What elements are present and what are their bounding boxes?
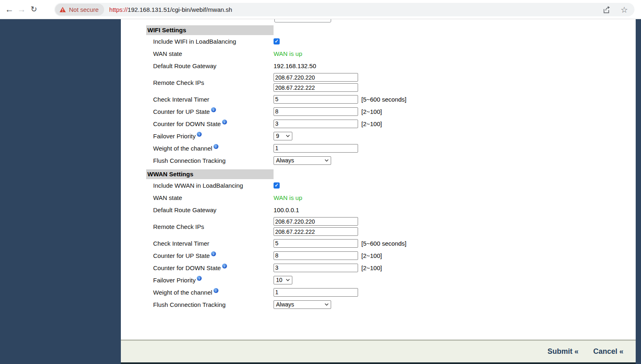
row-wan-state: WAN state WAN is up [146,47,407,60]
chevron-down-icon [286,135,290,137]
row-flush: Flush Connection Tracking Always [146,154,407,166]
info-icon[interactable]: i [222,120,227,124]
counter-down-hint: [2~100] [361,264,382,271]
chevron-down-icon [325,303,329,306]
selected-option: Always [276,301,294,308]
section-header-wwan: WWAN Settings [146,169,274,179]
field-label: Failover Priority [153,133,196,140]
content-panel: WIFI Settings Include WIFI in LoadBalanc… [121,19,636,364]
browser-toolbar: ← → ↻ Not secure https://192.168.131.51/… [0,0,641,19]
counter-up-input[interactable] [274,251,358,260]
remote-ip-2-input[interactable] [274,227,358,236]
not-secure-label: Not secure [69,6,99,13]
selected-option: 10 [276,277,283,283]
row-priority: Failover Priorityi 9 [146,130,407,142]
back-icon[interactable]: ← [3,0,16,19]
check-interval-input[interactable] [274,239,358,248]
row-priority: Failover Priorityi 10 [146,274,407,286]
not-secure-chip[interactable]: Not secure [55,4,104,16]
interval-hint: [5~600 seconds] [361,96,407,103]
field-label: Flush Connection Tracking [146,157,274,164]
gateway-value: 100.0.0.1 [274,206,299,213]
info-icon[interactable]: i [214,288,218,293]
include-wwan-checkbox[interactable]: ✓ [274,182,280,189]
page-background: WIFI Settings Include WIFI in LoadBalanc… [0,19,641,364]
field-label: Remote Check IPs [146,223,274,230]
field-label: Counter for DOWN State [153,264,221,271]
section-header-wifi: WIFI Settings [146,25,274,35]
counter-down-input[interactable] [274,264,358,272]
field-label: Default Route Gateway [146,206,274,213]
counter-up-input[interactable] [274,107,358,116]
flush-tracking-select[interactable]: Always [274,300,331,309]
row-counter-up: Counter for UP Statei [2~100] [146,105,407,118]
failover-priority-select[interactable]: 10 [274,276,292,284]
counter-up-hint: [2~100] [361,252,382,259]
address-bar[interactable]: Not secure https://192.168.131.51/cgi-bi… [54,3,634,16]
bookmark-star-icon[interactable]: ☆ [621,6,628,14]
warning-triangle-icon [60,7,66,12]
info-icon[interactable]: i [214,144,218,149]
info-icon[interactable]: i [197,276,202,281]
field-label: Remote Check IPs [146,79,274,86]
row-counter-down: Counter for DOWN Statei [2~100] [146,118,407,130]
row-remote-ips: Remote Check IPs [146,216,407,237]
failover-priority-select[interactable]: 9 [274,132,292,140]
weight-input[interactable] [274,288,358,297]
footer-bar: Submit « Cancel « [121,340,636,362]
row-include-wwan: Include WWAN in LoadBalancing ✓ [146,179,407,191]
info-icon[interactable]: i [211,107,216,112]
info-icon[interactable]: i [222,264,227,269]
field-label: Counter for UP State [153,252,210,259]
wan-state-value: WAN is up [274,50,302,57]
field-label: Flush Connection Tracking [146,301,274,308]
row-weight: Weight of the channeli [146,286,407,298]
row-wan-state: WAN state WAN is up [146,191,407,204]
cancel-button[interactable]: Cancel « [593,347,623,356]
sidebar [0,19,121,364]
wan-state-value: WAN is up [274,194,302,201]
include-wifi-checkbox[interactable]: ✓ [274,38,280,44]
url-path: 192.168.131.51/cgi-bin/webif/mwan.sh [128,6,232,13]
clipped-select[interactable] [274,19,331,22]
reload-icon[interactable]: ↻ [28,0,40,19]
mwan-form: WIFI Settings Include WIFI in LoadBalanc… [146,25,407,311]
forward-icon[interactable]: → [16,0,28,19]
row-interval: Check Interval Timer [5~600 seconds] [146,93,407,105]
field-label: WAN state [146,194,274,201]
check-interval-input[interactable] [274,95,358,104]
interval-hint: [5~600 seconds] [361,240,407,247]
row-remote-ips: Remote Check IPs [146,72,407,93]
selected-option: 9 [276,133,279,139]
chevron-down-icon [286,279,290,281]
row-gateway: Default Route Gateway 100.0.0.1 [146,204,407,216]
url-text[interactable]: https://192.168.131.51/cgi-bin/webif/mwa… [109,6,232,13]
field-label: Include WWAN in LoadBalancing [146,182,274,189]
info-icon[interactable]: i [197,132,202,137]
field-label: Counter for UP State [153,108,210,115]
weight-input[interactable] [274,144,358,153]
remote-ip-1-input[interactable] [274,217,358,226]
row-counter-up: Counter for UP Statei [2~100] [146,249,407,262]
row-flush: Flush Connection Tracking Always [146,298,407,311]
row-weight: Weight of the channeli [146,142,407,154]
row-gateway: Default Route Gateway 192.168.132.50 [146,60,407,72]
field-label: Check Interval Timer [146,96,274,103]
flush-tracking-select[interactable]: Always [274,156,331,165]
field-label: WAN state [146,50,274,57]
counter-down-input[interactable] [274,120,358,128]
remote-ip-2-input[interactable] [274,83,358,92]
row-include-wifi: Include WIFI in LoadBalancing ✓ [146,35,407,47]
selected-option: Always [276,157,294,164]
chevron-down-icon [325,159,329,162]
field-label: Check Interval Timer [146,240,274,247]
field-label: Default Route Gateway [146,62,274,69]
info-icon[interactable]: i [211,251,216,256]
counter-up-hint: [2~100] [361,108,382,115]
footer-divider [121,362,636,364]
field-label: Include WIFI in LoadBalancing [146,38,274,45]
field-label: Counter for DOWN State [153,120,221,127]
remote-ip-1-input[interactable] [274,73,358,82]
share-icon[interactable] [603,6,611,13]
submit-button[interactable]: Submit « [548,347,579,356]
